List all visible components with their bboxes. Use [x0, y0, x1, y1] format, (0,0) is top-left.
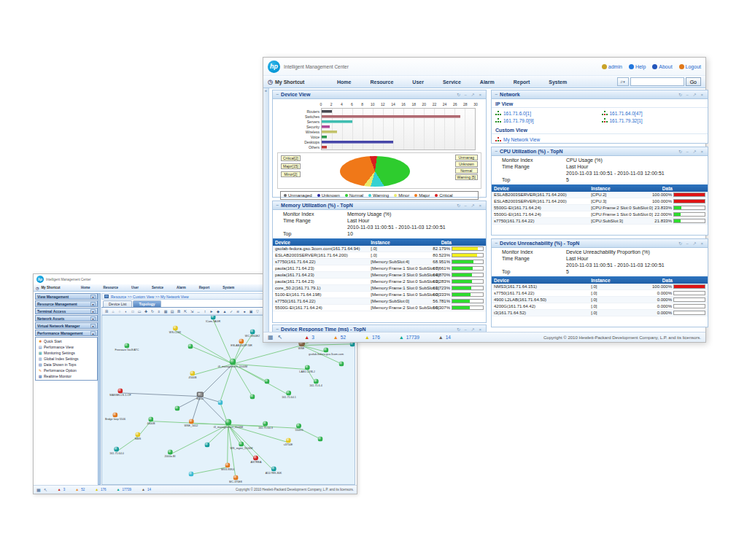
topology-node[interactable]: 161.71.6.4 — [306, 379, 326, 389]
chevron-down-icon[interactable]: ▾ — [90, 295, 96, 299]
user-link[interactable]: admin — [602, 64, 622, 69]
menu-item[interactable]: System — [539, 77, 576, 87]
panel-control-icons[interactable]: ↻ − ↗ × — [678, 241, 705, 246]
ip-view-link[interactable]: 161.71.79.0[9] — [495, 117, 602, 124]
search-input[interactable] — [630, 77, 684, 86]
toolbar-icon[interactable]: ✓ — [228, 308, 234, 314]
toolbar-icon[interactable]: ⌂ — [110, 308, 116, 314]
alarm-count[interactable]: ▲14 — [438, 335, 451, 340]
tab-topology[interactable]: Topology — [133, 300, 160, 307]
topology-node[interactable] — [317, 436, 322, 441]
menu-item[interactable]: Report — [504, 77, 540, 87]
panel-control-icons[interactable]: ↻ − ↗ × — [457, 92, 483, 97]
toolbar-icon[interactable]: ⇱ — [182, 308, 188, 314]
topology-node[interactable]: 161.71.64.1 — [277, 390, 301, 400]
alarm-count[interactable]: ▲176 — [365, 335, 380, 340]
topology-node[interactable] — [188, 343, 193, 349]
cursor-icon[interactable]: ↖ — [278, 334, 283, 341]
alarm-count[interactable]: ▲3 — [304, 335, 314, 340]
topology-node[interactable]: 2000o-BI — [161, 450, 179, 459]
sidebar-group[interactable]: Virtual Network Manager▾ — [35, 322, 98, 329]
user-link[interactable]: About — [652, 64, 672, 69]
ip-view-link[interactable]: 161.71.64.0[47] — [602, 109, 708, 117]
go-button[interactable]: Go — [686, 77, 701, 86]
topology-node[interactable]: 5500G — [293, 424, 306, 433]
my-shortcut[interactable]: ◷My Shortcut — [263, 79, 328, 85]
menu-item[interactable]: User — [125, 284, 145, 291]
toolbar-icon[interactable]: ◐ — [123, 308, 129, 314]
toolbar-icon[interactable]: ⊞ — [104, 308, 109, 314]
cursor-icon[interactable]: ↖ — [44, 487, 47, 492]
chevron-down-icon[interactable]: ▴ — [90, 331, 96, 335]
topology-node[interactable]: WS_mgmt_5506M — [223, 441, 260, 451]
toolbar-icon[interactable]: ⊠ — [176, 308, 182, 314]
grid-icon[interactable]: ▦ — [36, 487, 41, 492]
menu-item[interactable]: Alarm — [471, 77, 504, 87]
topology-node[interactable]: 4600B — [144, 416, 157, 426]
grid-icon[interactable]: ▦ — [268, 334, 274, 341]
topology-node[interactable]: NMS — [133, 432, 142, 441]
toolbar-icon[interactable]: ✚ — [143, 308, 149, 314]
menu-item[interactable]: System — [216, 284, 241, 291]
menu-item[interactable]: User — [403, 77, 433, 87]
custom-view-link[interactable]: My Network View — [495, 136, 602, 143]
sidebar-item[interactable]: ✎Performance Option — [36, 368, 97, 373]
toolbar-icon[interactable]: ▲ — [222, 308, 228, 314]
sidebar-splitter[interactable] — [98, 293, 101, 485]
topology-node[interactable] — [339, 362, 344, 367]
topology-node[interactable] — [189, 472, 194, 477]
table-row[interactable]: s7750(161.71.64.22) [Memory:SubSlot:0] 5… — [273, 298, 486, 305]
topology-node[interactable]: WS-CLWI — [166, 326, 185, 335]
ip-view-link[interactable]: 161.71.79.32[1] — [602, 117, 708, 124]
sidebar-item[interactable]: ▤Performance View — [36, 344, 97, 350]
sidebar-item[interactable]: ▥Global Index Settings — [36, 356, 97, 362]
collapse-panel-icon[interactable]: − — [495, 92, 498, 97]
topology-node[interactable]: LAB1 L2/8LJ — [295, 365, 320, 374]
table-row[interactable]: 5500G-EI(161.71.64.24) [CPU:Frame:2 Slot… — [492, 205, 708, 211]
toolbar-icon[interactable]: ▽ — [255, 308, 260, 314]
topology-node[interactable]: WC-5900E2 — [241, 330, 265, 339]
panel-control-icons[interactable]: ↻ − ↗ × — [457, 327, 483, 332]
topology-node[interactable]: 4500B — [186, 370, 198, 380]
toolbar-icon[interactable]: □ — [130, 308, 136, 314]
toolbar-icon[interactable]: ↕ — [202, 308, 208, 314]
topology-node[interactable]: s3750E — [281, 438, 295, 447]
menu-item[interactable]: Home — [328, 77, 360, 87]
chevron-down-icon[interactable]: ▾ — [90, 324, 96, 328]
table-row[interactable]: 5500G-EI(161.71.64.24) [Memory:Frame:2 S… — [273, 305, 486, 311]
topology-node[interactable] — [174, 406, 179, 411]
topology-node[interactable]: t3_management_5500M — [209, 359, 257, 370]
sidebar-group[interactable]: View Management▾ — [35, 293, 98, 300]
collapse-panel-icon[interactable]: − — [276, 92, 279, 97]
menu-item[interactable]: Service — [433, 77, 471, 87]
table-row[interactable]: s7750(161.71.64.22) [CPU:SubSlot:3] 21.8… — [492, 218, 708, 225]
sidebar-group[interactable]: Network Assets▾ — [35, 315, 98, 322]
sidebar-group[interactable]: Terminal Access▾ — [35, 308, 98, 314]
ip-view-link[interactable]: 161.71.6.0[1] — [495, 109, 602, 117]
topology-node[interactable]: Bridge loop 5506 — [101, 412, 131, 421]
alarm-count[interactable]: ▲52 — [333, 335, 346, 340]
alarm-count[interactable]: ▲14 — [142, 488, 151, 491]
toolbar-icon[interactable]: ▦ — [163, 308, 169, 314]
table-row[interactable]: paola(161.71.64.23) [Memory:Frame:2 Slot… — [273, 279, 486, 285]
user-link[interactable]: Help — [629, 64, 646, 69]
table-row[interactable]: s7750(161.71.64.22) [.0] 0.000% — [492, 290, 708, 297]
toolbar-icon[interactable]: ≋ — [235, 308, 241, 314]
topology-node[interactable]: ESLAB2003P-NR — [224, 339, 258, 349]
toolbar-icon[interactable]: ≡ — [156, 308, 162, 314]
sidebar-item[interactable]: ▦Monitoring Settings — [36, 350, 97, 356]
topology-node[interactable]: 161.71.64.3 — [254, 421, 277, 431]
table-row[interactable]: s7750(161.71.64.22) [Memory:SubSlot:4] 6… — [273, 259, 486, 265]
topology-node[interactable]: A51/7EK-80K — [260, 466, 287, 475]
table-row[interactable]: core_50.2(161.71.79.1) [Memory:Frame:1 S… — [273, 285, 486, 292]
table-row[interactable]: 4200G(161.71.64.42) [.0] 0.000% — [492, 303, 708, 310]
chevron-down-icon[interactable]: ▾ — [90, 302, 96, 306]
panel-control-icons[interactable]: ↻ − ↗ × — [457, 203, 483, 208]
chevron-down-icon[interactable]: ▾ — [90, 316, 96, 321]
table-row[interactable]: 5500G-EI(161.71.64.24) [CPU:Frame:1 Slot… — [492, 211, 708, 218]
collapse-panel-icon[interactable]: − — [276, 327, 279, 332]
topology-node[interactable]: Freeware 5to3f ATC — [108, 343, 147, 352]
menu-item[interactable]: Report — [193, 284, 217, 291]
menu-item[interactable]: Alarm — [170, 284, 193, 291]
topology-node[interactable] — [217, 400, 222, 405]
